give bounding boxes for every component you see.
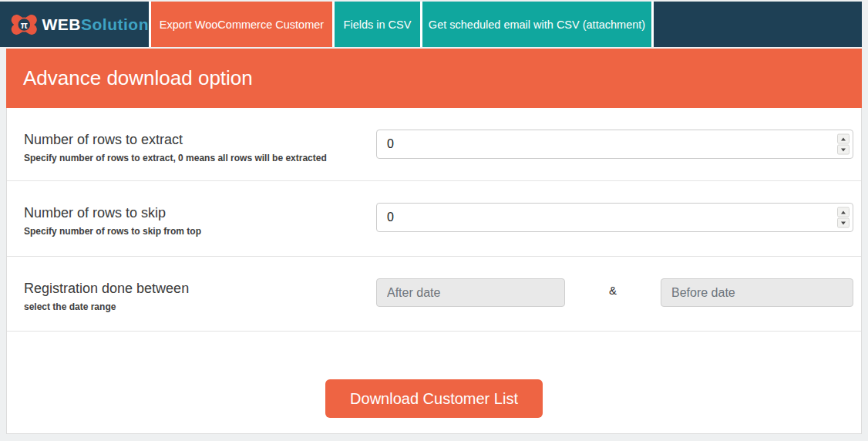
before-date-input[interactable] [661, 278, 853, 307]
rows-to-skip-row: Number of rows to skip Specify number of… [7, 180, 861, 256]
rows-to-skip-label: Number of rows to skip [24, 205, 376, 221]
card-header: Advance download option [6, 49, 862, 108]
stepper-down-icon[interactable] [837, 145, 849, 155]
rows-to-extract-label: Number of rows to extract [24, 132, 376, 148]
registration-range-fields: & [376, 278, 853, 307]
stepper-up-icon[interactable] [837, 134, 849, 144]
page-title: Advance download option [23, 66, 253, 90]
rows-to-skip-stepper[interactable] [837, 207, 849, 229]
registration-range-row: Registration done between select the dat… [7, 256, 861, 331]
rows-to-skip-field-wrap [376, 203, 853, 232]
svg-text:π: π [21, 19, 28, 30]
rows-to-extract-field-wrap [376, 130, 853, 159]
rows-to-skip-help: Specify number of rows to skip from top [24, 226, 376, 237]
registration-range-label: Registration done between [24, 281, 376, 297]
tab-fields-in-csv[interactable]: Fields in CSV [335, 2, 420, 47]
pi-logo-icon: π [10, 11, 39, 39]
download-customer-list-button[interactable]: Download Customer List [325, 379, 543, 418]
brand-name-solution: Solution [81, 15, 149, 34]
card-body: Number of rows to extract Specify number… [6, 108, 862, 434]
registration-range-labels: Registration done between select the dat… [24, 278, 376, 312]
tab-scheduled-email-csv[interactable]: Get scheduled email with CSV (attachment… [422, 2, 651, 47]
top-navbar: π WEBSolution Export WooCommerce Custome… [0, 2, 862, 47]
rows-to-extract-help: Specify number of rows to extract, 0 mea… [24, 153, 376, 163]
rows-to-skip-labels: Number of rows to skip Specify number of… [24, 203, 376, 237]
stepper-up-icon[interactable] [837, 207, 849, 217]
rows-to-skip-input[interactable] [376, 203, 853, 232]
navbar-filler [654, 2, 862, 47]
registration-range-help: select the date range [24, 301, 376, 312]
ampersand-separator: & [565, 284, 661, 301]
after-date-input[interactable] [376, 278, 565, 307]
stepper-down-icon[interactable] [837, 218, 849, 228]
tab-export-woocommerce-customer[interactable]: Export WooCommerce Customer [151, 2, 332, 47]
card-footer: Download Customer List [7, 331, 861, 433]
rows-to-extract-stepper[interactable] [837, 133, 849, 156]
rows-to-extract-row: Number of rows to extract Specify number… [7, 108, 861, 180]
brand-name-web: WEB [42, 15, 82, 34]
brand-logo[interactable]: π WEBSolution [0, 2, 149, 47]
rows-to-extract-labels: Number of rows to extract Specify number… [24, 130, 376, 163]
rows-to-extract-input[interactable] [376, 130, 853, 159]
advance-download-card: Advance download option Number of rows t… [6, 49, 862, 434]
